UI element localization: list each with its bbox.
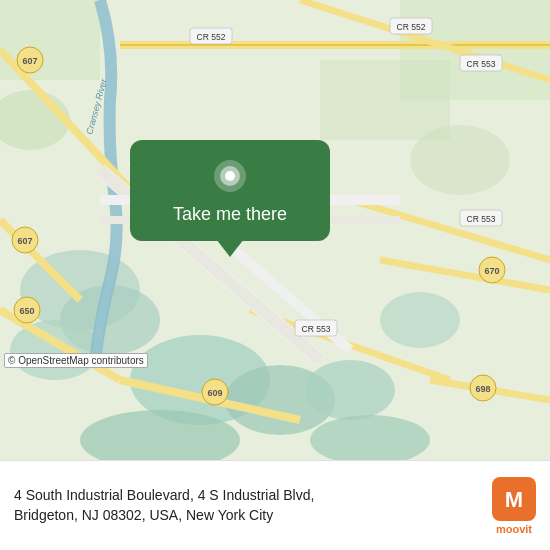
location-pin — [212, 158, 248, 194]
svg-text:CR 552: CR 552 — [197, 32, 226, 42]
svg-text:698: 698 — [475, 384, 490, 394]
map-container: 607 607 CR 552 CR 552 CR 553 CR 553 670 … — [0, 0, 550, 460]
svg-text:CR 552: CR 552 — [397, 22, 426, 32]
svg-text:670: 670 — [484, 266, 499, 276]
svg-text:CR 553: CR 553 — [302, 324, 331, 334]
info-bar: 4 South Industrial Boulevard, 4 S Indust… — [0, 460, 550, 550]
address-text: 4 South Industrial Boulevard, 4 S Indust… — [14, 486, 480, 525]
take-me-there-button[interactable]: Take me there — [153, 194, 307, 241]
address-line2: Bridgeton, NJ 08302, USA — [14, 507, 178, 523]
svg-point-14 — [410, 125, 510, 195]
moovit-icon: M — [492, 477, 536, 521]
city: New York City — [186, 507, 273, 523]
svg-text:607: 607 — [22, 56, 37, 66]
svg-text:CR 553: CR 553 — [467, 59, 496, 69]
svg-text:M: M — [505, 487, 523, 512]
svg-text:609: 609 — [207, 388, 222, 398]
svg-point-56 — [225, 171, 235, 181]
svg-text:CR 553: CR 553 — [467, 214, 496, 224]
svg-rect-12 — [320, 60, 450, 140]
moovit-logo[interactable]: M moovit — [492, 477, 536, 535]
svg-point-6 — [305, 360, 395, 420]
callout-bubble[interactable]: Take me there — [130, 140, 330, 241]
svg-text:650: 650 — [19, 306, 34, 316]
svg-point-7 — [380, 292, 460, 348]
moovit-label: moovit — [496, 523, 532, 535]
address-line1: 4 South Industrial Boulevard, 4 S Indust… — [14, 487, 314, 503]
svg-text:607: 607 — [17, 236, 32, 246]
svg-point-3 — [10, 320, 100, 380]
osm-credit: © OpenStreetMap contributors — [4, 353, 148, 368]
